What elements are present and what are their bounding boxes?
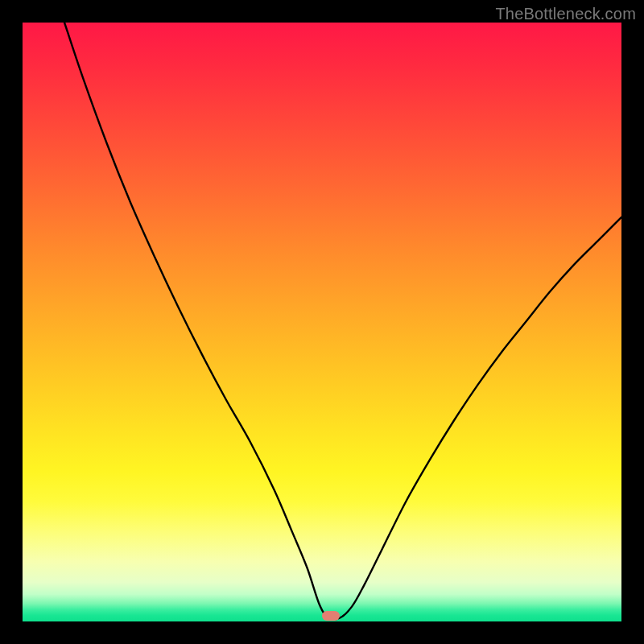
watermark-text: TheBottleneck.com [495, 5, 636, 23]
curve-path [64, 23, 621, 620]
optimal-marker [322, 611, 340, 621]
bottleneck-curve [23, 23, 621, 621]
plot-area [23, 23, 621, 621]
chart-stage: TheBottleneck.com [0, 0, 644, 644]
